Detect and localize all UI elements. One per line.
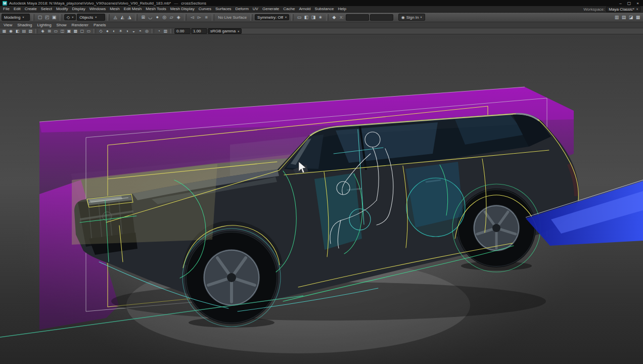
camera-attributes-icon[interactable]: ◧ — [14, 28, 21, 34]
safe-title-icon[interactable]: ▭ — [85, 28, 92, 34]
gamma-field[interactable]: 1.00 — [191, 28, 207, 34]
gate-mask-icon[interactable]: ▣ — [66, 28, 72, 34]
separator — [35, 29, 38, 33]
selection-mask-mode[interactable]: ◇ ▾ — [64, 14, 76, 20]
save-scene-icon[interactable]: ▣ — [51, 14, 58, 21]
menu-mesh-display[interactable]: Mesh Display — [168, 6, 197, 12]
menu-edit-mesh[interactable]: Edit Mesh — [122, 6, 144, 12]
safe-action-icon[interactable]: ▢ — [79, 28, 85, 34]
menu-set-selector[interactable]: Modeling ▾ — [2, 14, 30, 21]
panel-toggle-icon-group: ▥▤◪▦ — [613, 14, 641, 21]
wireframe-mode-icon[interactable]: ◇ — [98, 28, 104, 34]
menu-mesh-tools[interactable]: Mesh Tools — [144, 6, 168, 12]
ambient-occlusion-icon[interactable]: ◒ — [130, 28, 137, 34]
field-chart-icon[interactable]: ▩ — [72, 28, 79, 34]
lock-camera-icon[interactable]: ◉ — [8, 28, 14, 34]
menu-uv[interactable]: UV — [251, 6, 260, 12]
motion-blur-icon[interactable]: ◓ — [137, 28, 144, 34]
menu-create[interactable]: Create — [23, 6, 39, 12]
selection-mask-icon: ◇ — [67, 15, 70, 20]
render-view-icon[interactable]: ▭ — [296, 14, 303, 21]
panel-menu-shading[interactable]: Shading — [15, 22, 34, 28]
menu-arnold[interactable]: Arnold — [297, 6, 312, 12]
chevron-down-icon: ▾ — [238, 30, 239, 33]
snap-grid-icon[interactable]: ⊞ — [140, 14, 147, 21]
menu-select[interactable]: Select — [39, 6, 54, 12]
menu-edit[interactable]: Edit — [12, 6, 23, 12]
construction-history-icon[interactable]: ≡ — [203, 14, 210, 21]
coordinate-input-2[interactable] — [370, 14, 393, 21]
ipr-render-icon[interactable]: ◨ — [310, 14, 317, 21]
snap-curve-icon[interactable]: ◡ — [147, 14, 154, 21]
snap-projected-center-icon[interactable]: ◎ — [161, 14, 168, 21]
menu-windows[interactable]: Windows — [87, 6, 108, 12]
panel-menu-show[interactable]: Show — [54, 22, 69, 28]
output-connections-icon[interactable]: ▻ — [196, 14, 203, 21]
bookmarks-icon[interactable]: ▤ — [21, 28, 27, 34]
snap-view-plane-icon[interactable]: ▱ — [168, 14, 175, 21]
open-scene-icon[interactable]: ◰ — [43, 14, 51, 21]
workspace-selector[interactable]: Maya Classic* ▾ — [606, 6, 640, 12]
attribute-editor-icon[interactable]: ▤ — [620, 14, 627, 21]
symmetry-selector[interactable]: Symmetry: Off ▾ — [255, 14, 289, 20]
gamma-mode-selector[interactable]: sRGB gamma ▾ — [208, 28, 242, 34]
panel-menu-renderer[interactable]: Renderer — [69, 22, 91, 28]
resolution-gate-icon[interactable]: ◫ — [59, 28, 66, 34]
viewport-canvas[interactable] — [0, 34, 643, 364]
minimize-button[interactable]: – — [619, 1, 621, 6]
image-plane-icon[interactable]: ▧ — [27, 28, 34, 34]
menu-mesh[interactable]: Mesh — [108, 6, 122, 12]
sign-in-button[interactable]: ◉ Sign In ▾ — [398, 14, 425, 21]
maximize-button[interactable]: ▢ — [627, 1, 631, 6]
no-live-surface-label[interactable]: No Live Surface — [216, 15, 248, 20]
select-object-icon[interactable]: ◭ — [119, 14, 126, 21]
close-button[interactable]: × — [636, 1, 639, 6]
use-all-lights-icon[interactable]: ☀ — [117, 28, 124, 34]
input-connections-icon[interactable]: ◅ — [189, 14, 196, 21]
modeling-toolkit-icon[interactable]: ▥ — [613, 14, 620, 21]
film-gate-icon[interactable]: ▭ — [53, 28, 59, 34]
shadows-icon[interactable]: ◑ — [124, 28, 130, 34]
panel-menu-lighting[interactable]: Lighting — [35, 22, 54, 28]
menu-surfaces[interactable]: Surfaces — [213, 6, 234, 12]
menu-curves[interactable]: Curves — [197, 6, 213, 12]
menu-file[interactable]: File — [1, 6, 12, 12]
xyz-input-mode-icon[interactable]: ◆ — [331, 14, 338, 21]
menu-deform[interactable]: Deform — [234, 6, 251, 12]
snap-point-icon[interactable]: ● — [154, 14, 161, 21]
select-component-icon[interactable]: ◮ — [126, 14, 133, 21]
menu-cache[interactable]: Cache — [281, 6, 297, 12]
menu-display[interactable]: Display — [70, 6, 87, 12]
two-d-pan-zoom-icon[interactable]: ◈ — [39, 28, 46, 34]
coordinate-input-1[interactable] — [346, 14, 369, 21]
panel-menu-panels[interactable]: Panels — [91, 22, 108, 28]
shading-icon-group: ◇●◐☀◑◒◓◎ — [98, 28, 150, 34]
x-coordinate-label: X: — [340, 15, 344, 20]
main-menus: FileEditCreateSelectModifyDisplayWindows… — [1, 6, 348, 12]
make-live-icon[interactable]: ◈ — [175, 14, 182, 21]
menu-help[interactable]: Help — [336, 6, 348, 12]
select-camera-icon[interactable]: ▦ — [1, 28, 8, 34]
channel-box-icon[interactable]: ▦ — [634, 14, 641, 21]
panel-menu-view[interactable]: View — [1, 22, 15, 28]
textured-mode-icon[interactable]: ◐ — [111, 28, 117, 34]
chevron-down-icon: ▾ — [95, 16, 97, 19]
anti-aliasing-icon[interactable]: ◎ — [144, 28, 150, 34]
new-scene-icon[interactable]: ▢ — [36, 14, 43, 21]
separator — [135, 14, 137, 21]
exposure-field[interactable]: 0.00 — [174, 28, 191, 34]
menu-substance[interactable]: Substance — [313, 6, 336, 12]
shaded-mode-icon[interactable]: ● — [104, 28, 111, 34]
tool-settings-icon[interactable]: ◪ — [627, 14, 634, 21]
selection-mask-selector[interactable]: Objects ▾ — [77, 14, 105, 21]
grid-toggle-icon[interactable]: ⊞ — [46, 28, 53, 34]
render-current-frame-icon[interactable]: ◧ — [303, 14, 310, 21]
menu-generate[interactable]: Generate — [260, 6, 281, 12]
viewport-toolbar: ▦◉◧▤▧ ◈⊞▭◫▣▩▢▭ ◇●◐☀◑◒◓◎ ◔▥ 0.00 1.00 sRG… — [0, 28, 643, 34]
select-hierarchy-icon[interactable]: ◬ — [112, 14, 119, 21]
xray-icon[interactable]: ▥ — [162, 28, 169, 34]
isolate-select-icon[interactable]: ◔ — [156, 28, 162, 34]
menu-modify[interactable]: Modify — [54, 6, 70, 12]
render-settings-icon[interactable]: ∗ — [317, 14, 324, 21]
main-menu-bar: FileEditCreateSelectModifyDisplayWindows… — [0, 6, 643, 13]
